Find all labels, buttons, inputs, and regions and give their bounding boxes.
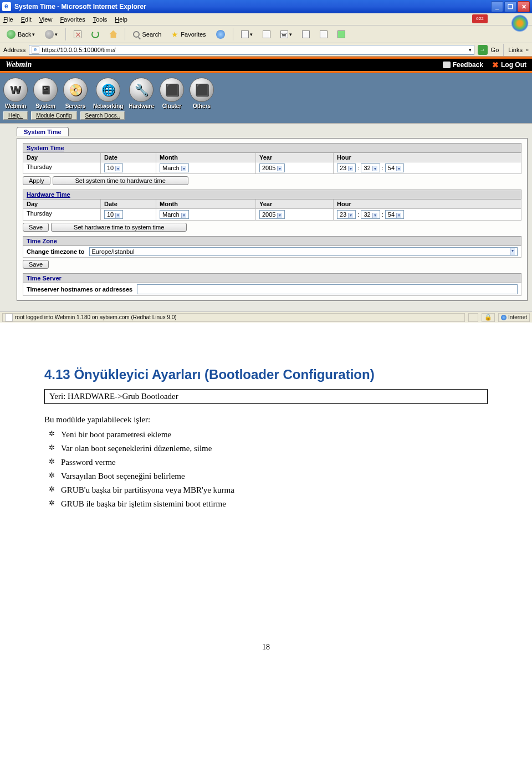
feedback-link[interactable]: Feedback (443, 61, 483, 69)
discuss-button[interactable] (299, 29, 313, 40)
minute-select[interactable]: 32▾ (361, 210, 380, 219)
date-select[interactable]: 10▾ (104, 163, 123, 172)
help-link[interactable]: Help.. (3, 111, 28, 120)
links-label[interactable]: Links (508, 47, 523, 53)
chevron-down-icon: ▾ (250, 32, 253, 37)
apply-button[interactable]: Apply (23, 176, 50, 185)
nav-label: Hardware (129, 103, 154, 109)
doc-heading: 4.13 Önyükleyici Ayarları (Bootloader Co… (44, 367, 488, 382)
second-select[interactable]: 54▾ (385, 210, 404, 219)
col-hour: Hour (334, 200, 521, 208)
statusbar: root logged into Webmin 1.180 on aybiem.… (0, 311, 532, 323)
internet-icon (501, 315, 507, 320)
lock-icon: 🔒 (484, 314, 492, 321)
menu-help[interactable]: Help (115, 16, 127, 23)
module-config-link[interactable]: Module Config (31, 111, 76, 120)
menu-tools[interactable]: Tools (93, 16, 108, 23)
list-item: Yeni bir boot parametresi ekleme (61, 429, 488, 441)
go-label[interactable]: Go (491, 47, 499, 53)
status-badge: 622 (472, 14, 488, 23)
tab-system-time[interactable]: System Time (17, 127, 69, 136)
close-button[interactable]: ✕ (518, 1, 530, 12)
nav-cluster[interactable]: ⬛Cluster (160, 78, 184, 109)
links-chevron[interactable]: » (526, 47, 529, 53)
nav-label: Servers (63, 103, 88, 109)
save-timezone-button[interactable]: Save (23, 260, 49, 269)
go-button[interactable]: → (478, 45, 488, 55)
year-select[interactable]: 2005▾ (259, 163, 285, 172)
minimize-button[interactable]: _ (491, 1, 503, 12)
search-docs-link[interactable]: Search Docs.. (80, 111, 125, 120)
timeserver-label: Timeserver hostnames or addresses (27, 286, 132, 293)
chevron-down-icon: ▾ (348, 166, 353, 171)
system-time-header[interactable]: System Time (23, 143, 521, 153)
edit-button[interactable]: W▾ (277, 29, 295, 40)
maximize-button[interactable]: ❐ (504, 1, 516, 12)
home-button[interactable] (106, 29, 120, 40)
nav-others[interactable]: ⬛Others (190, 78, 214, 109)
forward-button[interactable]: ▾ (42, 28, 61, 40)
nav-hardware[interactable]: 🔧Hardware (129, 78, 154, 109)
sublinks: Help.. Module Config Search Docs.. (3, 109, 529, 123)
logout-link[interactable]: ✖ Log Out (492, 60, 526, 69)
hour-select[interactable]: 23▾ (337, 163, 356, 172)
nav-system[interactable]: 🖥System (33, 78, 58, 109)
cluster-icon: ⬛ (160, 78, 184, 102)
media-button[interactable] (213, 28, 228, 40)
webmin-title: Webmin (6, 60, 434, 69)
menu-file[interactable]: File (3, 16, 13, 23)
stop-button[interactable] (70, 29, 85, 40)
menu-edit[interactable]: Edit (21, 16, 32, 23)
back-button[interactable]: Back ▾ (3, 28, 38, 40)
menu-view[interactable]: View (39, 16, 53, 23)
hour-select[interactable]: 23▾ (337, 210, 356, 219)
nav-label: Networking (93, 103, 123, 109)
hardware-time-header[interactable]: Hardware Time (23, 190, 521, 200)
page-icon (5, 314, 13, 321)
month-select[interactable]: March▾ (160, 163, 189, 172)
sync-hardware-button[interactable]: Set hardware time to system time (51, 223, 187, 232)
favorites-label: Favorites (181, 31, 206, 38)
search-button[interactable]: Search (130, 29, 165, 39)
timezone-row: Change timezone to Europe/Istanbul ▾ (23, 246, 521, 258)
hardware-time-col-headers: Day Date Month Year Hour (23, 200, 521, 209)
nav-networking[interactable]: 🌐Networking (93, 78, 123, 109)
url-text: https://10.0.0.5:10000/time/ (42, 47, 115, 53)
menu-favorites[interactable]: Favorites (60, 16, 85, 23)
nav-label: Cluster (160, 103, 184, 109)
messenger-icon (337, 30, 345, 38)
chevron-down-icon[interactable]: ▾ (469, 47, 472, 53)
webmin-nav: WWebmin 🖥System 📀Servers 🌐Networking 🔧Ha… (0, 73, 532, 123)
year-select[interactable]: 2005▾ (259, 210, 285, 219)
hardware-time-row: Thursday 10▾ March▾ 2005▾ 23▾ : 32▾ : 54… (23, 209, 521, 221)
logout-icon: ✖ (492, 60, 499, 69)
zone-label: Internet (508, 314, 527, 320)
refresh-button[interactable] (88, 29, 103, 40)
research-button[interactable] (316, 29, 331, 40)
chevron-down-icon: ▾ (348, 213, 353, 218)
print-button[interactable] (259, 29, 274, 40)
nav-servers[interactable]: 📀Servers (63, 78, 88, 109)
messenger-button[interactable] (334, 29, 349, 40)
save-button[interactable]: Save (23, 223, 49, 232)
nav-webmin[interactable]: WWebmin (3, 78, 28, 109)
second-select[interactable]: 54▾ (385, 163, 404, 172)
home-icon (109, 30, 117, 38)
webmin-icon: W (3, 78, 28, 102)
timeserver-input[interactable] (137, 284, 518, 294)
date-select[interactable]: 10▾ (104, 210, 123, 219)
minute-select[interactable]: 32▾ (361, 163, 380, 172)
favorites-button[interactable]: ★ Favorites (168, 28, 209, 40)
media-icon (216, 30, 225, 39)
address-input[interactable]: https://10.0.0.5:10000/time/ ▾ (29, 45, 474, 55)
chevron-down-icon: ▾ (396, 213, 401, 218)
timezone-select[interactable]: Europe/Istanbul ▾ (89, 247, 518, 256)
mail-button[interactable]: ▾ (238, 29, 256, 40)
sync-system-button[interactable]: Set system time to hardware time (53, 176, 188, 185)
nav-label: System (33, 103, 58, 109)
col-hour: Hour (334, 153, 521, 162)
timezone-value: Europe/Istanbul (92, 248, 135, 255)
refresh-icon (91, 30, 99, 38)
month-select[interactable]: March▾ (160, 210, 189, 219)
app-icon (2, 2, 11, 11)
